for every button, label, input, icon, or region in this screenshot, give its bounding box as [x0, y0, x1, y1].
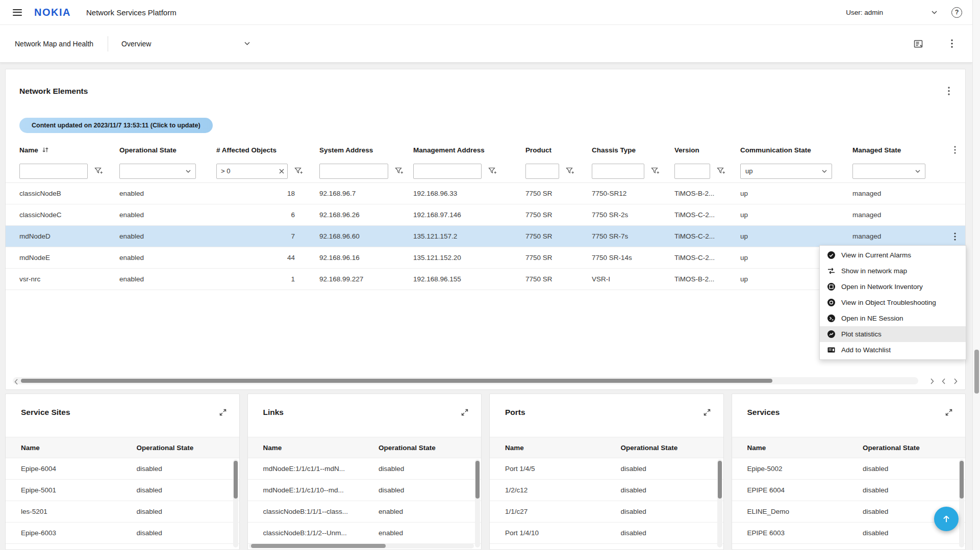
menu-item-label: Add to Watchlist	[841, 346, 891, 354]
scrollbar-thumb[interactable]	[234, 461, 238, 499]
chevron-down-icon[interactable]	[932, 11, 937, 14]
column-header-version[interactable]: Version	[674, 146, 740, 154]
managed-state-filter-select[interactable]	[852, 164, 925, 179]
list-item[interactable]: EPIPE 6004disabled	[732, 480, 966, 501]
communication-state-filter-select[interactable]: up	[740, 164, 832, 179]
affected-objects-filter-input[interactable]	[216, 164, 288, 179]
expand-icon[interactable]	[460, 407, 470, 417]
chassis-type-filter-input[interactable]	[592, 164, 644, 179]
table-row[interactable]: classicNodeB enabled 18 92.168.96.7 192.…	[6, 183, 965, 204]
column-header-managed-state[interactable]: Managed State	[852, 146, 947, 154]
list-item[interactable]: ELINE_Demodisabled	[732, 501, 966, 522]
menu-item-view-in-current-alarms[interactable]: View in Current Alarms	[820, 247, 966, 263]
app-bar: NOKIA Network Services Platform User: ad…	[0, 0, 972, 25]
menu-item-view-in-object-troubleshooting[interactable]: View in Object Troubleshooting	[820, 295, 966, 310]
column-header-communication-state[interactable]: Communication State	[740, 146, 852, 154]
expand-icon[interactable]	[702, 407, 712, 417]
expand-icon[interactable]	[218, 407, 228, 417]
system-address-filter-input[interactable]	[319, 164, 388, 179]
cell-operational-state: disabled	[621, 465, 723, 473]
menu-item-open-in-ne-session[interactable]: Open in NE Session	[820, 310, 966, 326]
menu-item-show-in-network-map[interactable]: Show in network map	[820, 263, 966, 279]
expand-icon[interactable]	[944, 407, 954, 417]
column-header-name[interactable]: Name	[19, 146, 119, 154]
list-item[interactable]: classicNodeB:1/1/1--class...enabled	[248, 501, 482, 522]
clear-filter-icon[interactable]	[279, 169, 284, 174]
cell-name: 1/2/c12	[505, 486, 621, 494]
filter-funnel-icon[interactable]	[648, 165, 662, 178]
menu-item-plot-statistics[interactable]: Plot statistics	[820, 326, 966, 342]
column-label: Name	[19, 146, 38, 154]
filter-funnel-icon[interactable]	[563, 165, 576, 178]
scroll-right-icon[interactable]	[929, 378, 935, 385]
filter-funnel-icon[interactable]	[714, 165, 727, 178]
row-kebab-icon[interactable]	[952, 230, 958, 243]
content-updated-button[interactable]: Content updated on 2023/11/7 13:53:11 (C…	[19, 118, 213, 133]
kebab-menu-icon[interactable]	[949, 37, 955, 50]
scrollbar-thumb[interactable]	[251, 544, 386, 548]
sort-icon[interactable]	[42, 146, 49, 153]
product-filter-input[interactable]	[525, 164, 559, 179]
cell-name: Epipe-5002	[747, 465, 863, 473]
vertical-scrollbar[interactable]	[233, 459, 238, 547]
vertical-scrollbar[interactable]	[475, 459, 480, 547]
name-filter-input[interactable]	[19, 164, 88, 179]
version-filter-input[interactable]	[674, 164, 710, 179]
panel-kebab-icon[interactable]	[946, 85, 952, 97]
cell-version: TiMOS-C-2...	[674, 211, 740, 219]
column-header-system-address[interactable]: System Address	[319, 146, 413, 154]
vertical-scrollbar[interactable]	[959, 459, 964, 547]
scroll-left-icon[interactable]	[14, 378, 18, 387]
horizontal-scrollbar[interactable]	[249, 543, 474, 548]
list-item[interactable]: Epipe-6003disabled	[6, 522, 239, 544]
page-right-icon[interactable]	[953, 378, 958, 385]
column-header-management-address[interactable]: Management Address	[413, 146, 525, 154]
list-item[interactable]: mdNodeE:1/1/c1/1--mdN...disabled	[248, 458, 482, 480]
cell-operational-state: enabled	[119, 254, 216, 261]
list-item[interactable]: Port 1/4/5disabled	[490, 458, 723, 480]
list-item[interactable]: EPIPE 6003disabled	[732, 522, 966, 544]
vertical-scrollbar[interactable]	[717, 459, 722, 547]
filter-funnel-icon[interactable]	[486, 165, 499, 178]
list-item[interactable]: Epipe-5001disabled	[6, 480, 239, 501]
column-header-product[interactable]: Product	[525, 146, 592, 154]
hamburger-menu-icon[interactable]	[13, 9, 22, 16]
list-item[interactable]: les-5201disabled	[6, 501, 239, 522]
cell-chassis-type: 7750 SR-14s	[592, 254, 674, 261]
list-item[interactable]: 1/1/c27disabled	[490, 501, 723, 522]
horizontal-scrollbar[interactable]	[13, 377, 918, 384]
filter-funnel-icon[interactable]	[392, 165, 406, 178]
management-address-filter-input[interactable]	[413, 164, 482, 179]
list-item[interactable]: Epipe-6004disabled	[6, 458, 239, 480]
menu-item-add-to-watchlist[interactable]: Add to Watchlist	[820, 342, 966, 358]
cell-operational-state: disabled	[621, 529, 723, 537]
column-header-affected-objects[interactable]: # Affected Objects	[216, 146, 319, 154]
list-item[interactable]: Port 1/4/10disabled	[490, 522, 723, 544]
column-settings-kebab-icon[interactable]	[952, 144, 958, 156]
column-header-chassis-type[interactable]: Chassis Type	[592, 146, 674, 154]
column-header-operational-state[interactable]: Operational State	[119, 146, 216, 154]
list-item[interactable]: 1/2/c12disabled	[490, 480, 723, 501]
table-row-selected[interactable]: mdNodeD enabled 7 92.168.96.60 135.121.1…	[6, 226, 965, 247]
scrollbar-thumb[interactable]	[960, 461, 964, 499]
page-scrollbar[interactable]	[972, 0, 980, 550]
filter-funnel-icon[interactable]	[292, 165, 305, 178]
scrollbar-thumb[interactable]	[475, 461, 480, 499]
operational-state-filter-select[interactable]	[119, 164, 196, 179]
card-header-row: Name Operational State	[248, 437, 482, 458]
filter-funnel-icon[interactable]	[92, 165, 105, 178]
scroll-to-top-fab[interactable]	[934, 507, 959, 531]
table-row[interactable]: classicNodeC enabled 6 92.168.96.26 192.…	[6, 204, 965, 226]
menu-item-open-in-network-inventory[interactable]: Open in Network Inventory	[820, 279, 966, 295]
list-item[interactable]: mdNodeE:1/1/c1/10--md...disabled	[248, 480, 482, 501]
scrollbar-thumb[interactable]	[718, 461, 722, 499]
list-item[interactable]: classicNodeB:1/1/2--Unm...enabled	[248, 522, 482, 544]
scrollbar-thumb[interactable]	[974, 350, 979, 394]
scrollbar-thumb[interactable]	[21, 379, 772, 383]
help-icon[interactable]	[951, 7, 962, 18]
report-icon[interactable]	[911, 37, 925, 51]
user-menu-label[interactable]: User: admin	[846, 9, 883, 16]
view-dropdown[interactable]: Overview	[121, 40, 250, 48]
list-item[interactable]: Epipe-5002disabled	[732, 458, 966, 480]
page-left-icon[interactable]	[941, 378, 946, 385]
